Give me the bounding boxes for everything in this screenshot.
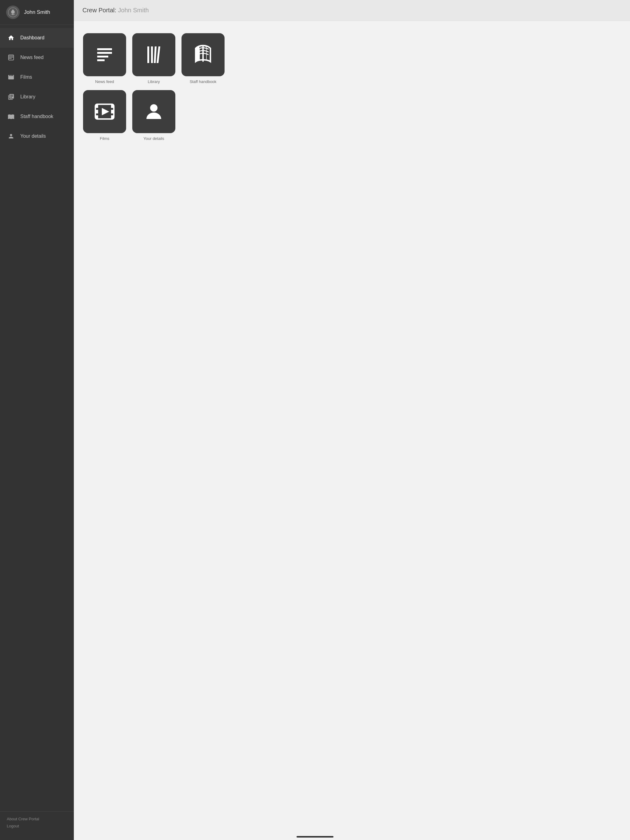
sidebar-item-dashboard-label: Dashboard: [20, 35, 44, 41]
tile-your-details[interactable]: Your details: [132, 90, 175, 141]
home-indicator: [296, 836, 334, 838]
sidebar-nav: Dashboard News feed Films: [0, 25, 74, 812]
tile-news-feed-label: News feed: [95, 79, 114, 84]
grid-row-1: News feed Library: [83, 33, 621, 84]
svg-rect-10: [111, 115, 114, 119]
dashboard-grid: News feed Library: [74, 21, 630, 153]
sidebar-item-staff-handbook-label: Staff handbook: [20, 114, 53, 119]
sidebar-username: John Smith: [24, 9, 50, 15]
avatar: [6, 6, 20, 19]
tile-news-feed[interactable]: News feed: [83, 33, 126, 84]
tile-library[interactable]: Library: [132, 33, 175, 84]
tile-library-label: Library: [148, 79, 160, 84]
grid-row-2: Films Your details: [83, 90, 621, 141]
tile-films-label: Films: [100, 136, 109, 141]
home-icon: [7, 33, 15, 42]
sidebar-item-news-feed[interactable]: News feed: [0, 47, 74, 67]
sidebar-item-dashboard[interactable]: Dashboard: [0, 28, 74, 47]
sidebar-item-films[interactable]: Films: [0, 67, 74, 87]
sidebar-item-staff-handbook[interactable]: Staff handbook: [0, 107, 74, 126]
app-title: Crew Portal:: [82, 7, 116, 14]
about-link[interactable]: About Crew Portal: [7, 816, 67, 821]
person-tile-icon: [132, 90, 175, 133]
book-icon: [7, 112, 15, 121]
svg-rect-5: [95, 104, 98, 108]
svg-marker-4: [102, 108, 109, 115]
tile-staff-handbook[interactable]: Staff handbook: [182, 33, 225, 84]
sidebar-item-library-label: Library: [20, 94, 35, 99]
sidebar-item-films-label: Films: [20, 74, 32, 80]
tile-films[interactable]: Films: [83, 90, 126, 141]
news-icon: [7, 53, 15, 62]
news-feed-tile-icon: [83, 33, 126, 76]
sidebar-item-news-feed-label: News feed: [20, 55, 44, 60]
svg-rect-8: [111, 104, 114, 108]
svg-rect-7: [95, 115, 98, 119]
top-bar: Crew Portal: John Smith: [74, 0, 630, 21]
svg-point-11: [150, 104, 157, 112]
person-icon: [7, 132, 15, 141]
page-title: Crew Portal: John Smith: [82, 7, 621, 14]
sidebar-header: John Smith: [0, 0, 74, 25]
sidebar-footer: About Crew Portal Logout: [0, 812, 74, 840]
sidebar-item-your-details[interactable]: Your details: [0, 126, 74, 146]
sidebar-item-your-details-label: Your details: [20, 133, 46, 139]
svg-rect-6: [95, 110, 98, 114]
user-subtitle: John Smith: [118, 7, 149, 14]
films-tile-icon: [83, 90, 126, 133]
svg-rect-9: [111, 110, 114, 114]
library-tile-icon: [132, 33, 175, 76]
logout-link[interactable]: Logout: [7, 824, 67, 828]
films-icon: [7, 73, 15, 82]
tile-staff-handbook-label: Staff handbook: [190, 79, 216, 84]
library-icon: [7, 93, 15, 101]
tile-your-details-label: Your details: [143, 136, 164, 141]
main-content: Crew Portal: John Smith News feed: [74, 0, 630, 840]
sidebar: John Smith Dashboard News feed: [0, 0, 74, 840]
handbook-tile-icon: [182, 33, 225, 76]
sidebar-item-library[interactable]: Library: [0, 87, 74, 107]
